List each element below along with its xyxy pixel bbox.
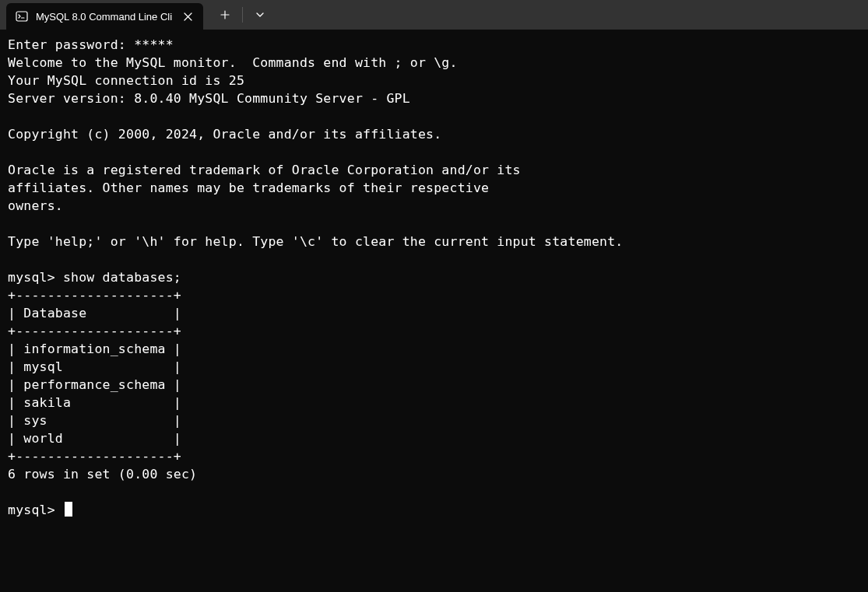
svg-rect-0 <box>16 12 27 21</box>
table-header: | Database | <box>8 306 181 321</box>
terminal-line: Copyright (c) 2000, 2024, Oracle and/or … <box>8 127 441 142</box>
terminal-line: owners. <box>8 198 63 213</box>
plus-icon <box>220 10 230 19</box>
terminal-line: Welcome to the MySQL monitor. Commands e… <box>8 55 458 70</box>
terminal-line: Type 'help;' or '\h' for help. Type '\c'… <box>8 234 623 249</box>
tab-active[interactable]: MySQL 8.0 Command Line Cli <box>6 3 203 30</box>
table-row: | mysql | <box>8 359 181 374</box>
close-tab-button[interactable] <box>180 9 195 24</box>
table-border: +--------------------+ <box>8 324 181 338</box>
table-border: +--------------------+ <box>8 449 181 464</box>
titlebar-actions <box>208 0 277 30</box>
new-tab-button[interactable] <box>208 0 242 30</box>
terminal-line: Server version: 8.0.40 MySQL Community S… <box>8 91 410 106</box>
terminal-line: affiliates. Other names may be trademark… <box>8 180 489 195</box>
terminal-icon <box>16 10 28 23</box>
table-row: | sakila | <box>8 395 181 410</box>
table-border: +--------------------+ <box>8 288 181 303</box>
terminal-line: Your MySQL connection id is 25 <box>8 73 244 88</box>
table-row: | world | <box>8 431 181 446</box>
terminal-prompt: mysql> <box>8 503 63 517</box>
terminal-line: Enter password: ***** <box>8 37 174 52</box>
cursor <box>65 502 72 517</box>
result-summary: 6 rows in set (0.00 sec) <box>8 467 197 482</box>
table-row: | information_schema | <box>8 342 181 356</box>
chevron-down-icon <box>255 10 265 19</box>
terminal-line: Oracle is a registered trademark of Orac… <box>8 163 521 177</box>
table-row: | sys | <box>8 413 181 428</box>
tab-dropdown-button[interactable] <box>243 0 277 30</box>
table-row: | performance_schema | <box>8 377 181 392</box>
terminal-prompt-line: mysql> show databases; <box>8 270 181 285</box>
terminal-output[interactable]: Enter password: ***** Welcome to the MyS… <box>0 30 868 525</box>
titlebar: MySQL 8.0 Command Line Cli <box>0 0 868 30</box>
tab-title: MySQL 8.0 Command Line Cli <box>36 11 172 23</box>
